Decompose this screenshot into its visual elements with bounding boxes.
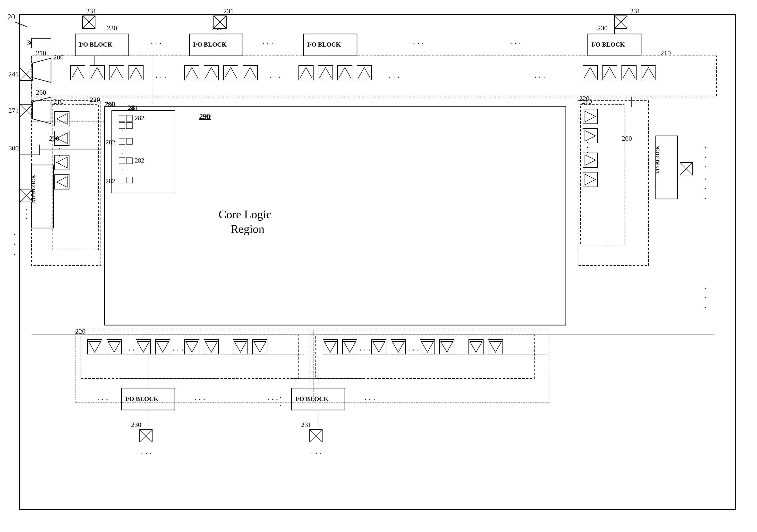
svg-text:·: · — [704, 174, 707, 184]
svg-text:210: 210 — [582, 98, 592, 105]
svg-text:282: 282 — [106, 178, 115, 184]
svg-text:·: · — [704, 283, 707, 293]
svg-text:. . .: . . . — [270, 70, 281, 80]
svg-text:I/O BLOCK: I/O BLOCK — [79, 41, 113, 48]
svg-text:290: 290 — [199, 112, 210, 120]
svg-text:231: 231 — [630, 7, 640, 15]
svg-text:·: · — [704, 184, 707, 194]
svg-text:·: · — [14, 230, 15, 240]
svg-text:220: 220 — [75, 327, 85, 335]
svg-text:·: · — [279, 393, 282, 402]
svg-text:·: · — [587, 148, 589, 157]
svg-text:. . .: . . . — [311, 446, 322, 456]
svg-text:260: 260 — [36, 89, 46, 96]
svg-text:230: 230 — [597, 24, 608, 32]
svg-text:I/O BLOCK: I/O BLOCK — [125, 395, 159, 403]
svg-text:210: 210 — [661, 49, 671, 57]
svg-text:280: 280 — [105, 100, 115, 108]
svg-text:·: · — [704, 162, 707, 172]
svg-text:. . .: . . . — [141, 446, 152, 456]
svg-text:282: 282 — [135, 157, 144, 164]
svg-text:. . .: . . . — [413, 36, 424, 45]
svg-text:·: · — [14, 240, 15, 249]
svg-text:I/O BLOCK: I/O BLOCK — [654, 146, 661, 174]
svg-text:230: 230 — [107, 24, 117, 32]
svg-text:231: 231 — [301, 421, 311, 429]
svg-text:. . .: . . . — [267, 393, 278, 402]
svg-text:20: 20 — [7, 13, 15, 21]
svg-text:·: · — [121, 170, 123, 176]
svg-text:230: 230 — [131, 421, 141, 429]
svg-text:Core Logic: Core Logic — [219, 208, 271, 221]
svg-text:. . .: . . . — [364, 393, 375, 402]
svg-text:·: · — [704, 194, 707, 203]
svg-text:241: 241 — [9, 70, 19, 78]
svg-text:I/O BLOCK: I/O BLOCK — [193, 41, 227, 48]
svg-text:. . .: . . . — [408, 343, 419, 352]
diagram-container: 20 I/O BLOCK I/O BLOCK I/O BLOCK I/O BLO… — [0, 0, 757, 532]
svg-text:. . .: . . . — [359, 343, 370, 352]
svg-text:·: · — [704, 152, 707, 162]
svg-text:281: 281 — [128, 104, 138, 111]
svg-text:I/O BLOCK: I/O BLOCK — [295, 395, 329, 403]
svg-text:300: 300 — [9, 144, 19, 152]
svg-text:I/O BLOCK: I/O BLOCK — [307, 41, 341, 48]
svg-text:. . .: . . . — [172, 343, 183, 352]
svg-text:200: 200 — [622, 135, 632, 142]
svg-rect-118 — [112, 110, 175, 193]
svg-rect-86 — [20, 145, 39, 155]
svg-text:. . .: . . . — [155, 70, 167, 80]
svg-text:·: · — [704, 143, 707, 152]
svg-text:·: · — [704, 303, 707, 313]
svg-text:. . .: . . . — [534, 70, 545, 80]
svg-text:231: 231 — [224, 7, 234, 15]
svg-rect-238 — [32, 38, 51, 48]
svg-text:200: 200 — [49, 135, 59, 142]
svg-text:271: 271 — [9, 107, 19, 114]
svg-text:·: · — [704, 293, 707, 303]
svg-text:. . .: . . . — [97, 393, 108, 402]
svg-text:·: · — [121, 131, 123, 137]
svg-text:·: · — [279, 401, 282, 411]
svg-text:·: · — [58, 158, 60, 168]
svg-text:231: 231 — [86, 7, 96, 15]
svg-text:. . .: . . . — [389, 70, 400, 80]
svg-text:282: 282 — [135, 115, 144, 122]
svg-text:282: 282 — [106, 139, 115, 146]
svg-text:. . .: . . . — [262, 36, 273, 45]
svg-text:·: · — [14, 249, 15, 259]
svg-text:. . .: . . . — [510, 36, 521, 45]
svg-marker-84 — [33, 97, 51, 124]
svg-text:210: 210 — [53, 98, 64, 105]
svg-text:. . .: . . . — [151, 36, 162, 45]
svg-text:Region: Region — [231, 222, 264, 235]
svg-text:200: 200 — [53, 53, 64, 61]
svg-text:I/O BLOCK: I/O BLOCK — [591, 41, 625, 48]
svg-text:220: 220 — [90, 96, 100, 103]
svg-text:·: · — [121, 150, 123, 156]
svg-text:. . .: . . . — [24, 209, 34, 219]
svg-text:. . .: . . . — [194, 393, 205, 402]
svg-text:. . .: . . . — [124, 343, 135, 352]
